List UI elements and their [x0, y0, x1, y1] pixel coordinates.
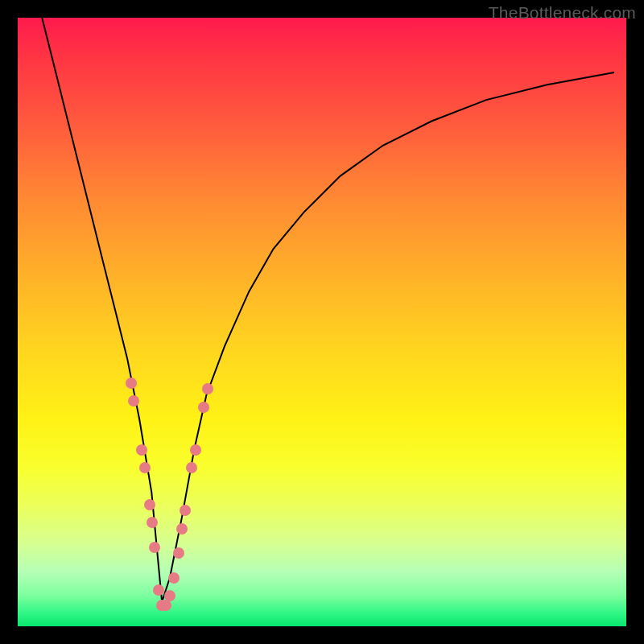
scatter-dot [180, 505, 191, 516]
scatter-dot [149, 542, 160, 553]
scatter-dot [202, 383, 213, 394]
scatter-dot [147, 517, 158, 528]
scatter-dot [190, 444, 201, 456]
plot-area [18, 18, 626, 626]
scatter-dot [126, 378, 137, 389]
scatter-dot [198, 402, 209, 413]
scatter-dot [168, 572, 180, 584]
scatter-dot [128, 395, 139, 407]
watermark-text: TheBottleneck.com [489, 3, 636, 23]
scatter-dot [186, 462, 197, 473]
scatter-dot [139, 462, 151, 473]
scatter-dot [144, 499, 155, 510]
scatter-dot [153, 584, 164, 596]
scatter-dot [176, 523, 188, 535]
scatter-dot [173, 547, 184, 559]
scatter-layer [18, 18, 626, 626]
scatter-dot [136, 444, 147, 456]
chart-frame: TheBottleneck.com [0, 0, 644, 644]
scatter-dot [164, 590, 175, 601]
